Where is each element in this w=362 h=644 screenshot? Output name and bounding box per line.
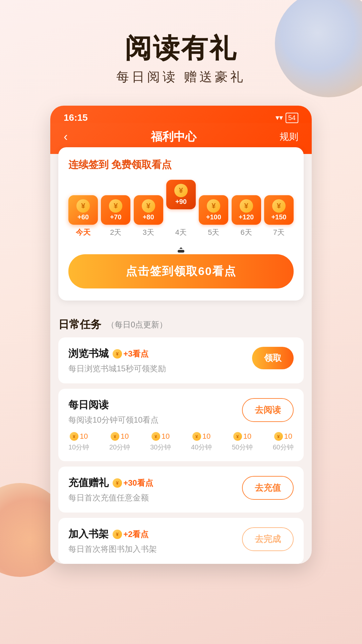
- coin-amount-6: +120: [239, 213, 254, 221]
- coin-icon-4: ¥: [174, 184, 188, 197]
- coin-amount-7: +150: [271, 213, 286, 221]
- progress-time-6: 60分钟: [273, 443, 294, 452]
- progress-time-4: 40分钟: [191, 443, 212, 452]
- task-bookshelf-coin-icon: ¥: [113, 530, 122, 539]
- progress-coin-1: ¥ 10 10分钟: [68, 432, 89, 452]
- progress-amount-4: 10: [202, 432, 210, 441]
- progress-coin-4: ¥ 10 40分钟: [191, 432, 212, 452]
- progress-coin-5: ¥ 10 50分钟: [232, 432, 253, 452]
- checkin-title: 连续签到 免费领取看点: [68, 158, 294, 172]
- coin-badge-5: ¥ +100: [199, 195, 228, 225]
- task-browse-button[interactable]: 领取: [252, 347, 294, 369]
- task-bookshelf-name: 加入书架: [68, 527, 109, 541]
- battery-icon: 54: [286, 113, 298, 123]
- day-label-2: 2天: [110, 227, 121, 237]
- progress-amount-1: 10: [80, 432, 88, 441]
- rules-button[interactable]: 规则: [280, 130, 298, 143]
- day-label-4: 4天: [175, 227, 187, 237]
- day-label-5: 5天: [208, 227, 219, 237]
- progress-badge-4: ¥ 10: [192, 432, 210, 441]
- task-recharge: 充值赠礼 ¥ +30看点 每日首次充值任意金额 去充值: [58, 467, 304, 513]
- progress-amount-2: 10: [121, 432, 129, 441]
- nav-title: 福利中心: [151, 129, 196, 145]
- tasks-header: 日常任务 （每日0点更新）: [58, 311, 304, 332]
- days-row: ¥ +60 今天 ¥ +70 2天 ¥ +8: [68, 180, 294, 237]
- task-browse-desc: 每日浏览书城15秒可领奖励: [68, 363, 252, 374]
- day-item-4: ¥ +90 4天: [166, 180, 196, 237]
- day-item-6: ¥ +120 6天: [232, 195, 261, 237]
- day-item-2: ¥ +70 2天: [101, 195, 130, 237]
- day-label-7: 7天: [273, 227, 285, 237]
- progress-amount-6: 10: [284, 432, 292, 441]
- progress-coins-row: ¥ 10 10分钟 ¥ 10 20分钟: [68, 432, 294, 452]
- tasks-section-title: 日常任务: [58, 317, 101, 332]
- coin-icon-3: ¥: [142, 199, 155, 213]
- coin-badge-3: ¥ +80: [134, 195, 163, 225]
- progress-badge-2: ¥ 10: [111, 432, 129, 441]
- coin-amount-4: +90: [175, 198, 187, 206]
- tasks-update-note: （每日0点更新）: [107, 319, 167, 330]
- app-screen: 16:15 ▾▾ 54 ‹ 福利中心 规则 连续签到 免费领取看点 ¥: [50, 106, 312, 564]
- task-recharge-name: 充值赠礼: [68, 476, 109, 490]
- task-reading-name: 每日阅读: [68, 398, 109, 412]
- task-browse-name-row: 浏览书城 ¥ +3看点: [68, 347, 252, 361]
- progress-badge-5: ¥ 10: [233, 432, 251, 441]
- task-reading-button[interactable]: 去阅读: [242, 398, 294, 422]
- task-daily-reading: 每日阅读 每阅读10分钟可领10看点 去阅读 ¥ 10: [58, 389, 304, 461]
- day-label-3: 3天: [143, 227, 154, 237]
- task-bookshelf-reward: ¥ +2看点: [113, 529, 148, 540]
- task-reading-row: 每日阅读 每阅读10分钟可领10看点 去阅读: [68, 398, 294, 425]
- coin-badge-2: ¥ +70: [101, 195, 130, 225]
- tiny-coin-2: ¥: [111, 432, 119, 441]
- progress-amount-5: 10: [243, 432, 251, 441]
- progress-time-2: 20分钟: [109, 443, 130, 452]
- task-bookshelf-button[interactable]: 去完成: [242, 527, 294, 551]
- task-recharge-coin-icon: ¥: [113, 478, 122, 488]
- tiny-coin-6: ¥: [274, 432, 283, 441]
- task-reading-name-row: 每日阅读: [68, 398, 242, 412]
- day-item-7: ¥ +150 7天: [264, 195, 294, 237]
- phone-mockup: 16:15 ▾▾ 54 ‹ 福利中心 规则 连续签到 免费领取看点 ¥: [50, 106, 312, 564]
- progress-coin-6: ¥ 10 60分钟: [273, 432, 294, 452]
- coin-amount-5: +100: [206, 213, 221, 221]
- page-header: 阅读有礼 每日阅读 赠送豪礼: [0, 0, 362, 106]
- status-icons: ▾▾ 54: [276, 113, 298, 123]
- coin-icon-6: ¥: [240, 199, 253, 213]
- task-browse-reward: ¥ +3看点: [113, 348, 148, 359]
- task-bookshelf-name-row: 加入书架 ¥ +2看点: [68, 527, 242, 541]
- progress-badge-6: ¥ 10: [274, 432, 292, 441]
- page-subtitle: 每日阅读 赠送豪礼: [0, 68, 362, 86]
- progress-coin-3: ¥ 10 30分钟: [150, 432, 171, 452]
- coin-badge-4: ¥ +90: [166, 180, 196, 209]
- day-label-6: 6天: [241, 227, 252, 237]
- page-title: 阅读有礼: [0, 34, 362, 63]
- reading-progress: ¥ 10 10分钟 ¥ 10 20分钟: [68, 432, 294, 452]
- checkin-button[interactable]: 点击签到领取60看点: [68, 254, 294, 288]
- coin-badge-6: ¥ +120: [232, 195, 261, 225]
- task-browse-row: 浏览书城 ¥ +3看点 每日浏览书城15秒可领奖励 领取: [68, 347, 294, 374]
- task-reading-desc: 每阅读10分钟可领10看点: [68, 415, 242, 425]
- day-item-1: ¥ +60 今天: [68, 195, 98, 237]
- progress-coin-2: ¥ 10 20分钟: [109, 432, 130, 452]
- back-button[interactable]: ‹: [64, 130, 68, 144]
- day4-tooltip: [178, 250, 184, 253]
- checkin-card: 连续签到 免费领取看点 ¥ +60 今天 ¥ +70 2天: [58, 147, 304, 301]
- coin-badge-7: ¥ +150: [264, 195, 294, 225]
- progress-badge-3: ¥ 10: [152, 432, 170, 441]
- status-time: 16:15: [64, 112, 88, 123]
- task-recharge-desc: 每日首次充值任意金额: [68, 492, 242, 503]
- task-recharge-button[interactable]: 去充值: [242, 476, 294, 500]
- task-reading-info: 每日阅读 每阅读10分钟可领10看点: [68, 398, 242, 425]
- task-bookshelf-row: 加入书架 ¥ +2看点 每日首次将图书加入书架 去完成: [68, 527, 294, 554]
- task-recharge-name-row: 充值赠礼 ¥ +30看点: [68, 476, 242, 490]
- task-browse-coin-icon: ¥: [113, 349, 122, 359]
- task-bookshelf-desc: 每日首次将图书加入书架: [68, 544, 242, 554]
- day-item-3: ¥ +80 3天: [134, 195, 163, 237]
- tiny-coin-1: ¥: [70, 432, 78, 441]
- task-bookshelf-info: 加入书架 ¥ +2看点 每日首次将图书加入书架: [68, 527, 242, 554]
- progress-time-1: 10分钟: [68, 443, 89, 452]
- day-item-5: ¥ +100 5天: [199, 195, 228, 237]
- coin-icon-5: ¥: [207, 199, 220, 213]
- coin-icon-2: ¥: [109, 199, 122, 213]
- task-browse-info: 浏览书城 ¥ +3看点 每日浏览书城15秒可领奖励: [68, 347, 252, 374]
